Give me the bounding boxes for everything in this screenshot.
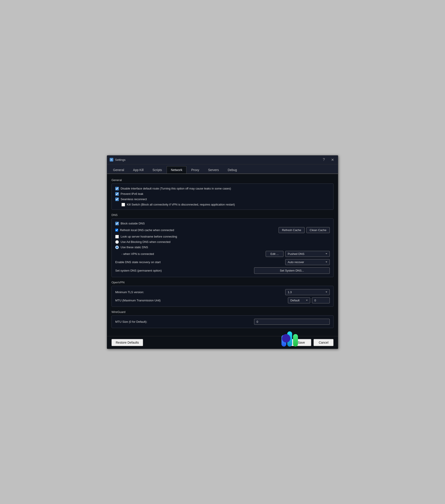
set-system-dns-controls: Set System DNS... bbox=[254, 267, 330, 274]
wg-mtu-input[interactable]: 0 bbox=[254, 319, 330, 325]
when-vpn-connected-controls: Edit ... Pushed DNS Custom DNS None bbox=[266, 251, 330, 257]
close-button[interactable]: ✕ bbox=[330, 157, 335, 162]
wg-mtu-row: MTU Size (0 for Default): 0 bbox=[115, 319, 330, 325]
use-ad-blocking-label: Use Ad Blocking DNS when connected bbox=[121, 240, 170, 244]
clean-cache-button[interactable]: Clean Cache bbox=[306, 227, 330, 233]
tab-appkill[interactable]: App Kill bbox=[129, 166, 148, 174]
tabs-bar: General App Kill Scripts Network Proxy S… bbox=[107, 164, 338, 174]
use-static-dns-radio[interactable] bbox=[115, 246, 119, 249]
use-static-dns-label: Use these static DNS bbox=[121, 246, 148, 249]
title-bar: ⊞ Settings ? ✕ bbox=[107, 156, 338, 164]
wg-mtu-controls: 0 bbox=[254, 319, 330, 325]
openvpn-section-title: OpenVPN bbox=[111, 281, 334, 284]
disable-default-route-label: Disable interface default route (Turning… bbox=[121, 187, 231, 190]
wireguard-section-box: MTU Size (0 for Default): 0 bbox=[111, 315, 334, 328]
restore-defaults-button[interactable]: Restore Defaults bbox=[111, 339, 143, 346]
block-outside-dns-checkbox[interactable] bbox=[115, 222, 119, 225]
kill-switch-checkbox[interactable] bbox=[121, 203, 125, 206]
use-ad-blocking-row: Use Ad Blocking DNS when connected bbox=[115, 240, 330, 244]
title-bar-controls: ? ✕ bbox=[321, 157, 335, 162]
mtu-value-input[interactable]: 0 bbox=[312, 297, 330, 303]
set-system-dns-row: Set system DNS (permanent option) Set Sy… bbox=[115, 267, 330, 274]
mtu-controls: Default Custom 0 bbox=[288, 297, 330, 303]
wg-mtu-label: MTU Size (0 for Default): bbox=[115, 320, 254, 324]
general-section-box: Disable interface default route (Turning… bbox=[111, 183, 334, 210]
set-system-dns-button[interactable]: Set System DNS... bbox=[254, 267, 330, 274]
logo-bar-3 bbox=[293, 334, 298, 346]
tab-servers[interactable]: Servers bbox=[204, 166, 223, 174]
block-outside-dns-label: Block outside DNS bbox=[121, 222, 145, 225]
tab-proxy[interactable]: Proxy bbox=[187, 166, 203, 174]
tls-version-label: Minimum TLS version: bbox=[115, 290, 285, 294]
kill-switch-label: Kill Switch (Block all connectivity if V… bbox=[127, 203, 235, 206]
wireguard-section-title: WireGuard bbox=[111, 310, 334, 314]
set-system-dns-label: Set system DNS (permanent option) bbox=[115, 269, 254, 272]
dns-recovery-label: Enable DNS state recovery on start bbox=[115, 260, 285, 264]
tab-debug[interactable]: Debug bbox=[223, 166, 241, 174]
title-bar-left: ⊞ Settings bbox=[110, 158, 126, 162]
mtu-row: MTU (Maximum Transmission Unit) Default … bbox=[115, 297, 330, 303]
dns-section-title: DNS bbox=[111, 213, 334, 217]
disable-default-route-checkbox[interactable] bbox=[115, 187, 119, 190]
when-vpn-connected-row: - when VPN is connected Edit ... Pushed … bbox=[115, 251, 330, 257]
general-section-title: General bbox=[111, 178, 334, 182]
refresh-dns-label: Refresh local DNS cache when connected bbox=[120, 228, 174, 232]
seamless-reconnect-checkbox[interactable] bbox=[115, 198, 119, 201]
mtu-type-select[interactable]: Default Custom bbox=[288, 297, 310, 303]
cancel-button[interactable]: Cancel bbox=[314, 339, 334, 346]
when-vpn-connected-label: - when VPN is connected bbox=[121, 252, 266, 255]
prevent-ipv6-checkbox[interactable] bbox=[115, 192, 119, 196]
dns-cache-buttons: Refresh Cache Clean Cache bbox=[278, 227, 330, 233]
prevent-ipv6-row: Prevent IPv6 leak bbox=[115, 192, 330, 196]
window-title: Settings bbox=[115, 158, 126, 162]
lookup-hostname-checkbox[interactable] bbox=[115, 235, 119, 238]
refresh-dns-left: Refresh local DNS cache when connected bbox=[115, 228, 174, 232]
seamless-reconnect-row: Seamless reconnect bbox=[115, 198, 330, 201]
tls-version-row: Minimum TLS version: 1.0 1.1 1.2 1.3 bbox=[115, 289, 330, 295]
dns-recovery-row: Enable DNS state recovery on start Auto … bbox=[115, 259, 330, 265]
settings-window: ⊞ Settings ? ✕ General App Kill Scripts … bbox=[107, 155, 338, 349]
refresh-cache-button[interactable]: Refresh Cache bbox=[278, 227, 305, 233]
disable-default-route-row: Disable interface default route (Turning… bbox=[115, 187, 330, 190]
tab-network[interactable]: Network bbox=[167, 166, 186, 174]
openvpn-section-box: Minimum TLS version: 1.0 1.1 1.2 1.3 MTU… bbox=[111, 286, 334, 307]
vpn-dns-select[interactable]: Pushed DNS Custom DNS None bbox=[285, 251, 330, 257]
dns-recovery-controls: Auto recover Disabled On start bbox=[285, 259, 330, 265]
dns-section-box: Block outside DNS Refresh local DNS cach… bbox=[111, 218, 334, 277]
mtu-label: MTU (Maximum Transmission Unit) bbox=[115, 299, 288, 302]
vpn-logo bbox=[281, 331, 298, 346]
use-static-dns-row: Use these static DNS bbox=[115, 246, 330, 249]
seamless-reconnect-label: Seamless reconnect bbox=[121, 198, 147, 201]
footer: Restore Defaults Save Cancel bbox=[107, 336, 338, 349]
dns-recovery-select[interactable]: Auto recover Disabled On start bbox=[285, 259, 330, 265]
logo-circle bbox=[282, 334, 290, 342]
lookup-hostname-label: Look up server hostname before connectin… bbox=[121, 235, 177, 238]
lookup-hostname-row: Look up server hostname before connectin… bbox=[115, 235, 330, 238]
prevent-ipv6-label: Prevent IPv6 leak bbox=[121, 192, 143, 196]
app-icon: ⊞ bbox=[110, 158, 113, 162]
edit-dns-button[interactable]: Edit ... bbox=[266, 251, 283, 257]
use-ad-blocking-radio[interactable] bbox=[115, 240, 119, 244]
refresh-dns-row: Refresh local DNS cache when connected R… bbox=[115, 227, 330, 233]
tls-version-select[interactable]: 1.0 1.1 1.2 1.3 bbox=[285, 289, 330, 295]
block-outside-dns-row: Block outside DNS bbox=[115, 222, 330, 225]
tls-version-controls: 1.0 1.1 1.2 1.3 bbox=[285, 289, 330, 295]
content-area: General Disable interface default route … bbox=[107, 174, 338, 336]
tab-scripts[interactable]: Scripts bbox=[148, 166, 166, 174]
kill-switch-row: Kill Switch (Block all connectivity if V… bbox=[121, 203, 330, 206]
help-button[interactable]: ? bbox=[321, 157, 326, 162]
tab-general[interactable]: General bbox=[109, 166, 128, 174]
refresh-dns-checkbox[interactable] bbox=[115, 229, 118, 232]
